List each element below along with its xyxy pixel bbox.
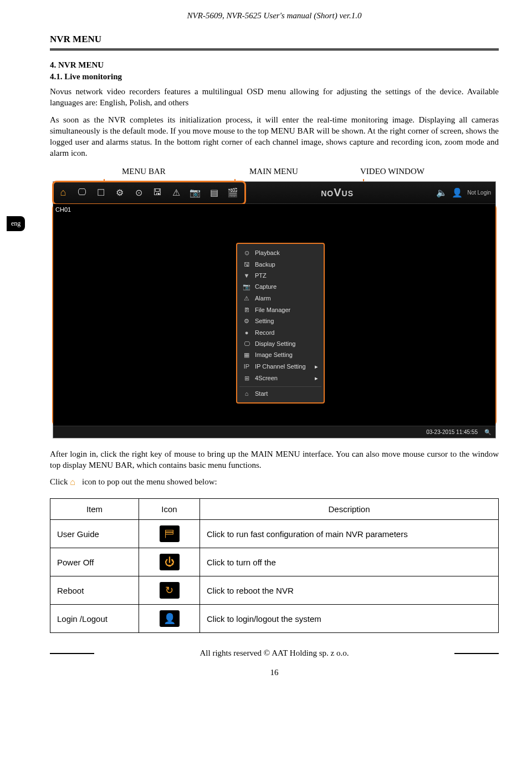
zoom-icon[interactable]: 🔍: [484, 429, 491, 435]
icon-table: Item Icon Description User Guide ⛿ Click…: [50, 498, 499, 633]
th-icon: Icon: [139, 499, 200, 520]
ctx-playback[interactable]: ⊙Playback: [239, 247, 321, 259]
paragraph-intro: Novus network video recorders features a…: [50, 86, 499, 109]
cell-item: Reboot: [50, 576, 139, 605]
ctx-ptz[interactable]: ▼PTZ: [239, 270, 321, 281]
section-title: NVR MENU: [50, 34, 499, 45]
cell-desc: Click to reboot the NVR: [200, 576, 499, 605]
ctx-alarm[interactable]: ⚠Alarm: [239, 293, 321, 304]
inline-home-icon: ⌂: [70, 478, 80, 487]
cell-item: User Guide: [50, 520, 139, 548]
ctx-image-setting[interactable]: ▦Image Setting: [239, 349, 321, 361]
ctx-ip-channel[interactable]: IPIP Channel Setting▸: [239, 361, 321, 372]
ctx-capture[interactable]: 📷Capture: [239, 281, 321, 293]
cell-icon: ↻: [139, 576, 200, 605]
table-row: User Guide ⛿ Click to run fast configura…: [50, 520, 499, 548]
screenshot-labels: MENU BAR MAIN MENU VIDEO WINDOW: [50, 167, 499, 181]
ctx-file-manager[interactable]: 🖹File Manager: [239, 304, 321, 315]
user-icon: 👤: [160, 610, 180, 627]
nvr-status-bar: 03-23-2015 11:45:55 🔍: [53, 426, 495, 438]
section-rule: [50, 48, 499, 50]
signpost-icon: ⛿: [160, 525, 180, 542]
table-row: Power Off ⏻ Click to turn off the: [50, 548, 499, 576]
monitor-icon[interactable]: 🖵: [76, 187, 88, 198]
list-icon[interactable]: ▤: [208, 187, 219, 198]
cell-desc: Click to run fast configuration of main …: [200, 520, 499, 548]
ctx-display-setting[interactable]: 🖵Display Setting: [239, 338, 321, 349]
paragraph-after1: After login in, click the right key of m…: [50, 448, 499, 471]
reboot-icon: ↻: [160, 582, 180, 599]
doc-header: NVR-5609, NVR-5625 User's manual (Short)…: [50, 11, 499, 21]
footer-text: All rights reserved © AAT Holding sp. z …: [101, 649, 448, 658]
nvr-menu-bar[interactable]: ⌂ 🖵 ☐ ⚙ ⊙ 🖫 ⚠ 📷 ▤ 🎬 NOVUS 🔈 👤 Not Login: [53, 182, 495, 204]
paragraph-detail: As soon as the NVR completes its initial…: [50, 114, 499, 159]
language-tab: eng: [7, 216, 25, 231]
ctx-4screen[interactable]: ⊞4Screen▸: [239, 372, 321, 384]
ctx-start[interactable]: ⌂Start: [239, 386, 321, 399]
ctx-backup[interactable]: 🖫Backup: [239, 259, 321, 270]
th-desc: Description: [200, 499, 499, 520]
save-icon[interactable]: 🖫: [152, 187, 163, 198]
channel-label: CH01: [55, 206, 71, 213]
cell-icon: ⛿: [139, 520, 200, 548]
nvr-screenshot: ⌂ 🖵 ☐ ⚙ ⊙ 🖫 ⚠ 📷 ▤ 🎬 NOVUS 🔈 👤 Not Login …: [53, 181, 496, 438]
video-window[interactable]: CH01 ⊙Playback 🖫Backup ▼PTZ 📷Capture ⚠Al…: [53, 204, 495, 426]
login-status: Not Login: [467, 190, 491, 196]
alarm-icon[interactable]: ⚠: [171, 187, 182, 198]
table-row: Login /Logout 👤 Click to login/logout th…: [50, 605, 499, 633]
footer-row: All rights reserved © AAT Holding sp. z …: [50, 649, 499, 658]
speaker-icon[interactable]: 🔈: [436, 187, 447, 198]
cell-desc: Click to login/logout the system: [200, 605, 499, 633]
page-number: 16: [50, 668, 499, 677]
gear-icon[interactable]: ⚙: [114, 187, 125, 198]
cell-item: Login /Logout: [50, 605, 139, 633]
brand-logo: NOVUS: [246, 186, 428, 199]
switch-icon[interactable]: ☐: [95, 187, 106, 198]
heading-4: 4. NVR MENU: [50, 60, 499, 70]
label-menu-bar: MENU BAR: [122, 167, 166, 176]
user-status-icon: 👤: [452, 187, 463, 198]
paragraph-after2: Click ⌂ icon to pop out the menu showed …: [50, 476, 499, 487]
th-item: Item: [50, 499, 139, 520]
label-video-window: VIDEO WINDOW: [360, 167, 424, 176]
home-icon[interactable]: ⌂: [58, 187, 69, 198]
ctx-record[interactable]: ●Record: [239, 327, 321, 338]
label-main-menu: MAIN MENU: [249, 167, 298, 176]
play-icon[interactable]: ⊙: [133, 187, 144, 198]
heading-4-1: 4.1. Live monitoring: [50, 72, 499, 81]
cell-icon: 👤: [139, 605, 200, 633]
context-menu[interactable]: ⊙Playback 🖫Backup ▼PTZ 📷Capture ⚠Alarm 🖹…: [236, 243, 325, 404]
power-icon: ⏻: [160, 554, 180, 570]
cell-desc: Click to turn off the: [200, 548, 499, 576]
clapper-icon[interactable]: 🎬: [227, 187, 238, 198]
cell-icon: ⏻: [139, 548, 200, 576]
timestamp: 03-23-2015 11:45:55: [426, 429, 478, 435]
ctx-setting[interactable]: ⚙Setting: [239, 315, 321, 327]
table-row: Reboot ↻ Click to reboot the NVR: [50, 576, 499, 605]
camera-icon[interactable]: 📷: [190, 187, 201, 198]
cell-item: Power Off: [50, 548, 139, 576]
